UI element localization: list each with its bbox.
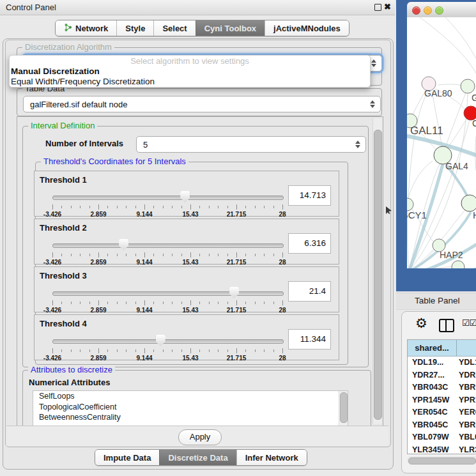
tick-mark [190, 348, 191, 353]
tick-mark [144, 204, 145, 210]
tab-style[interactable]: Style [116, 20, 153, 36]
tick-mark [135, 302, 136, 304]
numerical-attributes-list[interactable]: SelfLoopsTopologicalCoefficientBetweenne… [33, 390, 348, 426]
viewport-scrollbar-thumb[interactable] [374, 130, 382, 420]
tick-mark [135, 349, 136, 352]
tab-network[interactable]: Network [56, 20, 116, 36]
table-row[interactable]: YPR145WYPR1 [408, 394, 476, 407]
slider-tick-labels: -3.4262.8599.14415.4321.71528 [52, 211, 282, 219]
tab-label: Cyni Toolbox [204, 24, 256, 33]
slider-handle[interactable] [119, 239, 128, 250]
network-canvas[interactable]: GAL80 G GAL11 GAL4 GCY1 H HAP2 C [407, 17, 476, 268]
threshold-value-field[interactable]: 11.344 [288, 329, 331, 349]
threshold-slider[interactable]: -3.4262.8599.14415.4321.71528 [52, 190, 282, 215]
tab-label: Style [125, 24, 145, 33]
threshold-value-field[interactable]: 6.316 [288, 233, 331, 254]
tick-mark [227, 302, 228, 304]
dropdown-option-manual-discretization[interactable]: Manual Discretization [10, 66, 370, 77]
tick-mark [282, 252, 283, 257]
tick-mark [71, 349, 72, 352]
slider-handle[interactable] [229, 287, 239, 298]
slider-track[interactable] [52, 196, 284, 200]
tick-label: 21.715 [227, 307, 247, 314]
combo-stepper-icon [355, 141, 360, 148]
viewport-scrollbar[interactable] [372, 118, 381, 424]
tick-label: 2.859 [90, 259, 106, 266]
slider-track[interactable] [52, 291, 284, 296]
num-intervals-combobox[interactable]: 5 [136, 136, 366, 153]
list-scrollbar[interactable] [339, 391, 348, 426]
tick-mark [89, 302, 90, 304]
dropdown-option-equal-width-frequency-discretization[interactable]: Equal Width/Frequency Discretization [10, 77, 370, 87]
table-row[interactable]: YLR345WYLR3 [408, 444, 476, 455]
column-layout-icon[interactable] [439, 319, 454, 332]
tick-mark [52, 204, 53, 210]
column-header-1[interactable]: shared... [408, 340, 457, 356]
tick-mark [107, 254, 108, 256]
threshold-slider[interactable]: -3.4262.8599.14415.4321.71528 [52, 286, 282, 311]
table-hscrollbar[interactable] [407, 456, 476, 464]
threshold-slider[interactable]: -3.4262.8599.14415.4321.71528 [52, 334, 282, 358]
minimize-traffic-light-icon[interactable] [424, 6, 432, 15]
select-columns-icon[interactable]: ☑☑ [462, 318, 476, 328]
attribute-item-betweennesscentrality[interactable]: BetweennessCentrality [33, 412, 348, 423]
settings-viewport: Interval Definition Number of Intervals … [17, 116, 383, 427]
threshold-slider[interactable]: -3.4262.8599.14415.4321.71528 [52, 238, 282, 263]
node-attribute-table[interactable]: shared...n YDL19...YDL1YDR27...YDR2YBR04… [407, 339, 476, 454]
num-intervals-label: Number of Intervals [45, 139, 123, 148]
gear-icon[interactable]: ⚙ [415, 316, 427, 331]
table-data-combobox[interactable]: galFiltered.sif default node [23, 96, 381, 112]
top-tab-bar: NetworkStyleSelectCyni ToolboxjActiveMNo… [55, 20, 349, 36]
tick-mark [255, 349, 256, 352]
column-header-2[interactable]: n [457, 340, 476, 356]
tick-mark [282, 348, 283, 353]
close-traffic-light-icon[interactable] [412, 6, 420, 15]
tick-mark [218, 302, 219, 304]
slider-tick-labels: -3.4262.8599.14415.4321.71528 [52, 307, 282, 314]
tick-label: 2.859 [90, 307, 106, 314]
tab-jactivemnodules[interactable]: jActiveMNodules [265, 20, 349, 36]
list-scrollbar-thumb[interactable] [340, 392, 348, 423]
node-label-partial-c: C [472, 118, 476, 128]
tick-mark [172, 254, 173, 256]
tab-select[interactable]: Select [153, 20, 195, 36]
tick-mark [52, 300, 53, 305]
table-cell: YLR345W [408, 444, 456, 455]
table-cell: YBR045C [408, 419, 456, 432]
float-window-icon[interactable] [374, 4, 381, 11]
table-hscrollbar-thumb[interactable] [408, 457, 476, 464]
slider-handle[interactable] [180, 191, 190, 203]
tick-label: -3.426 [43, 211, 61, 218]
thresholds-group-title: Threshold's Coordinates for 5 Intervals [41, 157, 188, 166]
bottom-tab-bar: Impute DataDiscretize DataInfer Network [95, 449, 307, 466]
zoom-traffic-light-icon[interactable] [435, 6, 443, 15]
tab-infer-network[interactable]: Infer Network [236, 450, 307, 465]
tab-discretize-data[interactable]: Discretize Data [159, 450, 236, 465]
tick-mark [255, 302, 256, 304]
tick-mark [227, 206, 228, 208]
close-icon[interactable]: ✖ [384, 2, 391, 12]
threshold-value-field[interactable]: 14.713 [288, 185, 331, 206]
slider-handle[interactable] [156, 335, 165, 346]
threshold-value-field[interactable]: 21.4 [288, 281, 331, 302]
tab-impute-data[interactable]: Impute Data [95, 450, 159, 465]
attribute-item-topologicalcoefficient[interactable]: TopologicalCoefficient [33, 402, 348, 413]
tick-label: 28 [279, 259, 286, 266]
slider-track[interactable] [52, 339, 284, 344]
tick-mark [71, 302, 72, 304]
table-row[interactable]: YBR043CYBR0 [408, 381, 476, 394]
attribute-item-selfloops[interactable]: SelfLoops [33, 391, 348, 402]
table-header-row[interactable]: shared...n [408, 340, 476, 357]
slider-ticks [52, 204, 282, 210]
tick-mark [98, 252, 99, 257]
tab-cyni-toolbox[interactable]: Cyni Toolbox [196, 20, 265, 36]
slider-track[interactable] [52, 243, 284, 248]
table-row[interactable]: YDL19...YDL1 [408, 357, 476, 369]
table-row[interactable]: YBL079WYBL0 [408, 431, 476, 444]
apply-button[interactable]: Apply [178, 429, 222, 445]
table-row[interactable]: YDR27...YDR2 [408, 369, 476, 382]
tick-mark [107, 302, 108, 304]
table-row[interactable]: YBR045CYBR0 [408, 419, 476, 432]
tick-mark [126, 349, 127, 352]
table-row[interactable]: YER054CYER0 [408, 406, 476, 419]
